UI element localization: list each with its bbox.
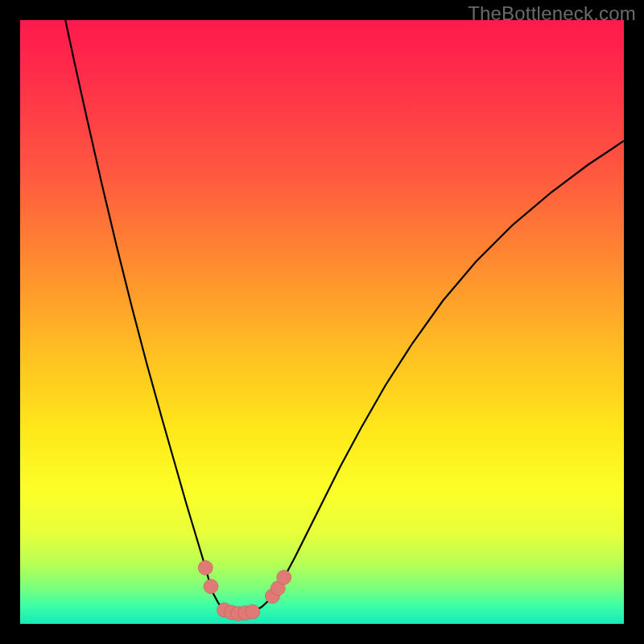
data-markers: [198, 560, 291, 621]
watermark-text: TheBottleneck.com: [468, 2, 636, 25]
data-marker: [198, 560, 213, 575]
data-marker: [246, 605, 260, 619]
chart-frame: [20, 20, 624, 624]
chart-svg: [20, 20, 624, 624]
data-marker: [277, 570, 291, 584]
bottleneck-curve: [65, 20, 624, 613]
data-marker: [204, 580, 218, 594]
